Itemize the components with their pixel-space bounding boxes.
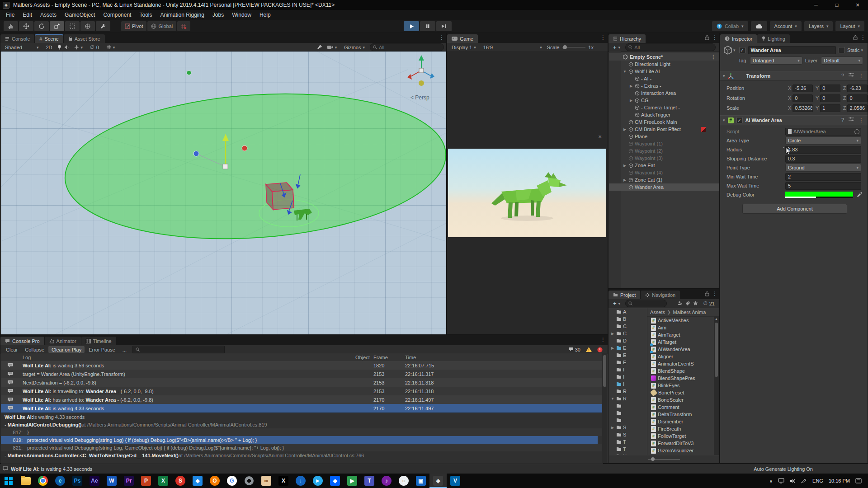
gizmos-dropdown[interactable]: Gizmos▾: [342, 44, 367, 51]
ai-wander-area-header[interactable]: ▾ # ✓ AI Wander Area ? ⋮: [720, 115, 868, 125]
project-folder[interactable]: A: [609, 308, 647, 315]
project-file[interactable]: #DeltaTransform: [647, 411, 719, 418]
console-button-...[interactable]: ...: [119, 346, 130, 353]
menu-component[interactable]: Component: [99, 10, 135, 20]
edge-icon[interactable]: e: [52, 474, 69, 488]
auto-generate-lighting-label[interactable]: Auto Generate Lighting On: [754, 466, 813, 472]
transform-tool-icon[interactable]: [80, 21, 95, 31]
position-y-field[interactable]: 0: [820, 84, 840, 92]
after-effects-icon[interactable]: Ae: [86, 474, 103, 488]
console-scrollbar[interactable]: [602, 353, 607, 463]
tab-navigation[interactable]: Navigation: [641, 291, 680, 299]
rotate-tool-icon[interactable]: [34, 21, 49, 31]
log-column-header[interactable]: Time: [405, 355, 574, 360]
scene-root-kebab-icon[interactable]: ⋮: [711, 54, 716, 60]
scale-slider[interactable]: [562, 45, 585, 50]
hierarchy-item[interactable]: Interaction Area: [609, 89, 719, 97]
menu-jobs[interactable]: Jobs: [208, 10, 228, 20]
log-column-header[interactable]: Log: [19, 355, 355, 360]
tab-timeline[interactable]: Timeline: [81, 337, 116, 345]
log-row[interactable]: NextDestination = (-6.2, 0.0, -9.8)21532…: [1, 378, 603, 387]
hierarchy-kebab-icon[interactable]: ⋮: [712, 34, 717, 41]
settings-gear-icon[interactable]: [241, 474, 258, 488]
console-button-clear-on-play[interactable]: Clear on Play: [48, 346, 85, 353]
tag-dropdown[interactable]: Untagged▾: [750, 56, 802, 65]
hierarchy-item[interactable]: ▶- Extras -: [609, 82, 719, 89]
media-app-icon[interactable]: ♪: [378, 474, 395, 488]
hierarchy-item[interactable]: Waypoint (4): [609, 169, 719, 176]
tab-project[interactable]: Project: [609, 291, 640, 299]
excel-icon[interactable]: X: [155, 474, 172, 488]
active-checkbox[interactable]: ✓: [739, 47, 745, 53]
help-icon[interactable]: ?: [841, 117, 844, 123]
project-folder[interactable]: ▶E: [609, 344, 647, 352]
pause-button[interactable]: [420, 21, 435, 31]
project-folder[interactable]: C: [609, 323, 647, 330]
project-folder[interactable]: U: [609, 453, 647, 455]
project-folder[interactable]: E: [609, 352, 647, 359]
scene-camera-dropdown[interactable]: ▾: [325, 44, 340, 51]
expand-arrow-icon[interactable]: ▶: [610, 346, 615, 350]
scene-audio-icon[interactable]: [64, 45, 69, 50]
search-by-type-icon[interactable]: [678, 301, 683, 306]
tray-display-icon[interactable]: [778, 478, 784, 483]
dropbox-icon[interactable]: ◆: [326, 474, 344, 488]
eyedropper-icon[interactable]: [857, 192, 862, 197]
chrome-icon[interactable]: [34, 474, 52, 488]
transform-component-header[interactable]: ▾ Transform ? ⋮: [720, 71, 868, 81]
inspector-kebab-icon[interactable]: ⋮: [860, 34, 866, 41]
code-line[interactable]: 817:}: [1, 428, 603, 436]
project-folder[interactable]: R: [609, 388, 647, 395]
expand-arrow-icon[interactable]: ▶: [629, 99, 633, 103]
object-picker-icon[interactable]: [854, 129, 859, 134]
project-zoom-slider[interactable]: [609, 455, 719, 463]
min-wait-time-field[interactable]: 2: [785, 173, 861, 181]
position-x-field[interactable]: -5.36: [793, 84, 813, 92]
log-column-headers[interactable]: LogObjectFrameTime: [1, 353, 603, 361]
tab-console-pro[interactable]: Console Pro: [0, 337, 44, 345]
telegram-icon[interactable]: ►: [309, 474, 326, 488]
menu-animation-rigging[interactable]: Animation Rigging: [156, 10, 208, 20]
gameobject-name-field[interactable]: Wander Area: [748, 46, 836, 54]
photoshop-icon[interactable]: Ps: [69, 474, 86, 488]
collab-button[interactable]: Collab▾: [712, 21, 748, 31]
grid-snap-icon[interactable]: [177, 21, 190, 31]
project-create-button[interactable]: +▾: [611, 300, 623, 307]
hierarchy-scene-root[interactable]: Empty Scene* ⋮: [609, 53, 719, 61]
lock-icon[interactable]: [705, 291, 709, 296]
project-folder[interactable]: D: [609, 337, 647, 344]
layout-dropdown[interactable]: Layout▾: [835, 21, 864, 31]
x-app-icon[interactable]: X: [275, 474, 292, 488]
create-menu-button[interactable]: +▾: [611, 44, 623, 51]
hierarchy-item[interactable]: AttackTrigger: [609, 111, 719, 118]
hierarchy-item[interactable]: ▶CG: [609, 97, 719, 104]
project-file[interactable]: #BoneScaler: [647, 396, 719, 404]
2d-toggle[interactable]: 2D: [43, 44, 54, 51]
component-enabled-checkbox[interactable]: ✓: [736, 117, 743, 123]
powerpoint-icon[interactable]: P: [137, 474, 155, 488]
menu-assets[interactable]: Assets: [36, 10, 61, 20]
project-folder[interactable]: T: [609, 438, 647, 446]
account-dropdown[interactable]: Account▾: [770, 21, 802, 31]
scale-z-field[interactable]: 2.0586: [847, 104, 868, 112]
hierarchy-item[interactable]: - Camera Target -: [609, 104, 719, 111]
rotation-y-field[interactable]: 0: [820, 94, 840, 102]
menu-gameobject[interactable]: GameObject: [61, 10, 99, 20]
component-kebab-icon[interactable]: ⋮: [859, 117, 864, 123]
minimize-button[interactable]: ─: [806, 0, 826, 10]
expand-arrow-icon[interactable]: ▶: [610, 332, 615, 336]
hierarchy-item[interactable]: ▼Wolf Lite AI: [609, 68, 719, 75]
log-row[interactable]: Wolf Lite AI: is waiting 3.59 seconds182…: [1, 361, 603, 370]
tab-lighting[interactable]: Lighting: [757, 34, 790, 43]
tab-scene[interactable]: #Scene: [35, 34, 63, 43]
log-detail-pane[interactable]: Wolf Lite AI: is waiting 4.33 seconds- M…: [1, 413, 603, 464]
hierarchy-search-input[interactable]: All: [625, 43, 716, 51]
menu-tools[interactable]: Tools: [135, 10, 156, 20]
scene-grid-dropdown[interactable]: ▾: [104, 44, 118, 51]
debug-color-swatch[interactable]: [785, 192, 853, 198]
project-folder[interactable]: S: [609, 431, 647, 438]
download-app-icon[interactable]: ↓: [292, 474, 309, 488]
project-file[interactable]: #Aim: [647, 324, 719, 331]
shading-mode-dropdown[interactable]: Shaded▾: [3, 44, 41, 51]
max-wait-time-field[interactable]: 5: [785, 182, 861, 190]
